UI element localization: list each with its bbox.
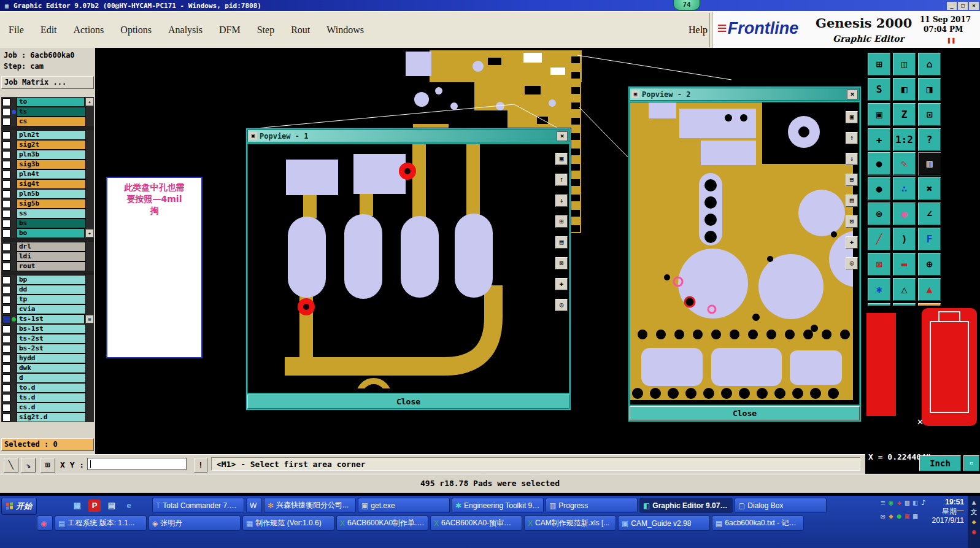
line-mode-icon[interactable]: ╲ [4, 458, 18, 473]
close-button[interactable]: × [969, 2, 979, 10]
units-button[interactable]: Inch [919, 455, 961, 471]
tray-icon[interactable]: ◧ [913, 499, 917, 507]
layer-name[interactable]: bs-1st [17, 324, 86, 334]
layer-checkbox[interactable] [2, 315, 10, 323]
taskbar-clock[interactable]: 19:51 星期一 2017/9/11 [932, 498, 965, 525]
layer-checkbox[interactable] [2, 220, 10, 228]
popview-2-window[interactable]: ▣ Popview - 2 × [628, 86, 862, 422]
popview-tool-icon[interactable]: ▣ [846, 111, 858, 123]
tray-icon[interactable]: ▣ [905, 512, 909, 520]
popview-tool-icon[interactable]: ◎ [846, 257, 858, 269]
layer-checkbox[interactable] [2, 190, 10, 198]
tray-icon[interactable]: ● [897, 512, 901, 520]
taskbar-button[interactable]: ✻ 兴森快捷衡阳分公司... [264, 498, 356, 513]
popview-tool-icon[interactable]: ▤ [555, 236, 568, 249]
popview-tool-icon[interactable]: ↓ [846, 153, 858, 165]
star-blue-icon[interactable]: ✱ [867, 277, 891, 301]
dot-icon[interactable]: ● [867, 152, 891, 176]
layer-checkbox[interactable] [2, 276, 10, 284]
layer-checkbox[interactable] [2, 355, 10, 363]
layer-row[interactable]: to ✦ [1, 97, 94, 107]
language-bar-icon[interactable]: ◉ [972, 528, 976, 536]
layer-row[interactable]: sig2t.d [1, 412, 94, 422]
popview-tool-icon[interactable]: ↑ [846, 132, 858, 144]
popview-tool-icon[interactable]: ▣ [555, 153, 568, 165]
zoom-fit-icon[interactable]: ⊡ [917, 102, 941, 126]
screen-capture-icon[interactable]: ◫ [892, 52, 916, 76]
taskbar-button[interactable]: ✱ Engineering Toolkit 9.07... [452, 498, 544, 513]
layer-row[interactable]: cvia [1, 304, 94, 314]
layer-row[interactable]: rout [1, 261, 94, 271]
pink-dot-icon[interactable]: ● [892, 202, 916, 226]
popview-tool-icon[interactable]: ↓ [555, 195, 568, 207]
layer-checkbox[interactable] [2, 306, 10, 314]
layer-name[interactable]: ts-2st [17, 334, 86, 344]
menu-item[interactable]: Rout [291, 25, 310, 36]
sketch-pen-icon[interactable]: ✎ [892, 152, 916, 176]
triangle-outline-icon[interactable]: △ [892, 277, 916, 301]
layer-row[interactable]: bs-1st [1, 324, 94, 334]
layer-row[interactable]: bs-2st [1, 344, 94, 353]
maximize-button[interactable]: □ [958, 2, 968, 10]
layer-row[interactable]: cs.d [1, 403, 94, 412]
angle-measure-icon[interactable]: ∠ [917, 202, 941, 226]
zoom-1-2-icon[interactable]: 1:2 [892, 128, 916, 152]
crosshair-icon[interactable]: ⊕ [917, 252, 941, 276]
layer-name[interactable]: ts.d [17, 393, 86, 403]
tray-icon[interactable]: ≡ [881, 499, 885, 507]
layer-name[interactable]: cs.d [17, 403, 86, 412]
taskbar-button[interactable]: ▣ get.exe [358, 498, 450, 513]
layer-name[interactable]: pln2t [17, 130, 86, 140]
triangle-red-icon[interactable]: ▲ [917, 277, 941, 301]
job-matrix-button[interactable]: Job Matrix ... [1, 76, 94, 89]
menu-item[interactable]: Analysis [168, 25, 203, 36]
arc-icon[interactable]: ) [892, 227, 916, 251]
taskbar-button[interactable]: X 6ACB600KA0制作单.xls... [336, 515, 428, 531]
layer-name[interactable]: d [17, 373, 86, 383]
layer-checkbox[interactable] [2, 171, 10, 179]
layer-name[interactable]: bs [17, 218, 86, 228]
layer-name[interactable]: to [17, 97, 85, 107]
layer-checkbox[interactable] [2, 365, 10, 372]
help-icon[interactable]: ? [917, 128, 941, 152]
grid-mode-icon[interactable]: ⊞ [41, 458, 55, 473]
layer-checkbox[interactable] [2, 161, 10, 169]
popview-1-titlebar[interactable]: ▣ Popview - 1 × [247, 129, 569, 142]
menu-item[interactable]: File [9, 25, 24, 36]
layer-checkbox[interactable] [2, 180, 10, 188]
layer-row[interactable]: bo ✦ [1, 228, 94, 238]
layer-name[interactable]: pln3b [17, 150, 86, 160]
filled-circle-icon[interactable]: ● [867, 177, 891, 201]
popview-tool-icon[interactable]: ⊞ [846, 174, 858, 186]
layer-checkbox[interactable] [2, 414, 10, 422]
layer-name[interactable]: hydd [17, 353, 86, 363]
window-titlebar[interactable]: ▦ Graphic Editor 9.07b2 (00@HY-HYCAM-PC1… [0, 0, 980, 11]
layer-checkbox[interactable] [2, 384, 10, 392]
layer-name[interactable]: cs [17, 117, 86, 126]
layer-row[interactable]: ts [1, 107, 94, 117]
layer-name[interactable]: drl [17, 242, 86, 252]
layer-checkbox[interactable] [2, 404, 10, 412]
window-view-icon[interactable]: ⊞ [867, 52, 891, 76]
layer-row[interactable]: sig2t [1, 140, 94, 150]
layer-checkbox[interactable] [2, 200, 10, 208]
layer-name[interactable]: ldi [17, 252, 86, 261]
layer-name[interactable]: bo [17, 228, 85, 238]
layer-name[interactable]: to.d [17, 383, 86, 393]
pane-right-icon[interactable]: ◨ [917, 77, 941, 101]
layer-name[interactable]: dwk [17, 363, 86, 373]
layer-checkbox[interactable] [2, 286, 10, 294]
quick-launch-icon[interactable]: ▦ [71, 500, 83, 512]
layer-checkbox[interactable] [2, 325, 10, 333]
taskbar-button[interactable]: ▥ Progress [546, 498, 638, 513]
bang-button[interactable]: ! [194, 458, 207, 473]
taskbar-button[interactable]: T Total Commander 7.0 p... [152, 498, 244, 513]
layer-name[interactable]: sig5b [17, 199, 86, 209]
pcb-canvas[interactable]: 此类盘中孔也需 要按照—4mil 掏 ▣ Popview - 1 × [95, 48, 865, 454]
layer-row[interactable]: sig4t [1, 179, 94, 189]
layer-name[interactable]: ss [17, 209, 86, 218]
netpoints-icon[interactable]: ∴ [892, 177, 916, 201]
taskbar-button[interactable]: ▣ CAM_Guide v2.98 [618, 515, 710, 531]
layer-row[interactable]: bp [1, 275, 94, 285]
layer-name[interactable]: sig2t.d [17, 412, 86, 422]
